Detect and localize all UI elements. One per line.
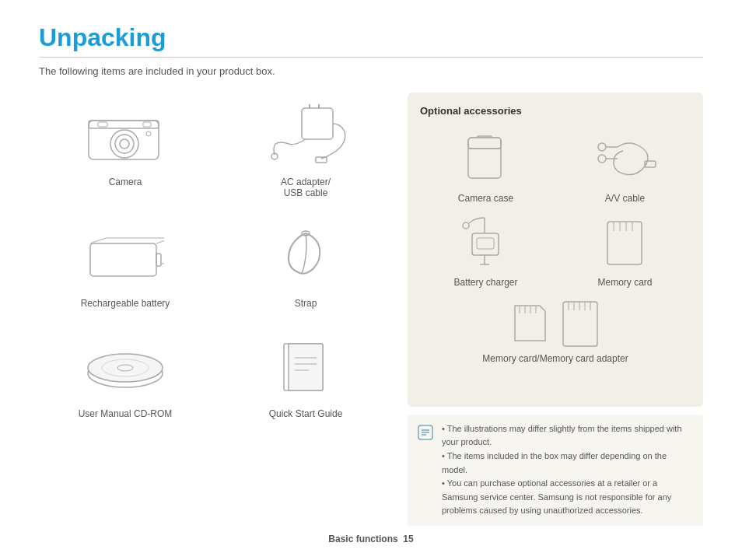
content-area: Camera [39, 93, 703, 526]
svg-point-4 [120, 139, 129, 149]
svg-point-36 [598, 143, 606, 151]
quickstart-icon [259, 332, 352, 402]
camera-case-label: Camera case [458, 193, 513, 204]
svg-rect-13 [90, 243, 156, 276]
item-strap: Strap [219, 214, 392, 317]
notes-box: • The illustrations may differ slightly … [408, 415, 703, 526]
camera-label: Camera [109, 177, 142, 187]
battery-charger-icon [447, 212, 525, 274]
strap-label: Strap [295, 298, 317, 309]
svg-rect-30 [468, 138, 501, 178]
memory-card-adapter-icon [493, 296, 618, 350]
camera-case-icon [447, 128, 525, 190]
svg-point-7 [146, 131, 151, 136]
notes-text: • The illustrations may differ slightly … [442, 422, 694, 518]
item-cdrom: User Manual CD-ROM [39, 324, 212, 427]
svg-rect-26 [289, 344, 323, 390]
camera-icon [79, 100, 172, 170]
av-cable-icon [586, 128, 664, 190]
svg-rect-44 [477, 238, 494, 249]
title-divider [39, 57, 703, 58]
page-title: Unpacking [39, 23, 703, 52]
svg-point-38 [598, 155, 606, 163]
memory-card-icon [586, 212, 664, 274]
svg-line-16 [156, 238, 164, 243]
quickstart-label: Quick Start Guide [269, 408, 343, 419]
svg-point-3 [115, 135, 134, 153]
svg-line-15 [90, 238, 106, 243]
memory-card-adapter-label: Memory card/Memory card adapter [482, 353, 628, 364]
note-icon [417, 424, 434, 441]
page-subtitle: The following items are included in your… [39, 65, 703, 77]
svg-rect-6 [143, 122, 151, 127]
item-ac-adapter: AC adapter/ USB cable [219, 93, 392, 206]
right-panel: Optional accessories [408, 93, 703, 526]
strap-icon [259, 222, 352, 292]
opt-item-memory-card: Memory card [559, 212, 691, 288]
cdrom-label: User Manual CD-ROM [79, 408, 173, 419]
note-2: • The items included in the box may diff… [442, 450, 694, 477]
cdrom-icon [79, 332, 172, 402]
svg-rect-12 [316, 157, 327, 163]
footer-page: 15 [403, 534, 413, 544]
included-items-panel: Camera [39, 93, 392, 526]
optional-title: Optional accessories [420, 105, 691, 117]
ac-adapter-icon [259, 100, 352, 170]
svg-rect-8 [302, 108, 333, 139]
footer: Basic functions 15 [39, 534, 703, 544]
svg-rect-41 [472, 233, 499, 255]
item-camera: Camera [39, 93, 212, 206]
ac-adapter-label: AC adapter/ USB cable [281, 177, 331, 198]
svg-rect-47 [607, 222, 642, 264]
item-battery: Rechargeable battery [39, 214, 212, 317]
note-3: • You can purchase optional accessories … [442, 477, 694, 518]
svg-rect-5 [98, 122, 107, 127]
battery-charger-label: Battery charger [453, 277, 517, 288]
av-cable-label: A/V cable [605, 193, 645, 204]
memory-card-label: Memory card [597, 277, 652, 288]
svg-rect-31 [468, 138, 501, 149]
opt-item-battery-charger: Battery charger [420, 212, 551, 288]
optional-accessories-box: Optional accessories [408, 93, 703, 407]
opt-item-av-cable: A/V cable [559, 128, 691, 204]
note-1: • The illustrations may differ slightly … [442, 422, 694, 450]
opt-item-memory-card-adapter: Memory card/Memory card adapter [420, 296, 691, 364]
item-quickstart: Quick Start Guide [219, 324, 392, 427]
footer-text: Basic functions [328, 534, 397, 544]
optional-grid: Camera case [420, 128, 691, 364]
svg-point-22 [88, 354, 163, 382]
battery-icon [79, 222, 172, 292]
svg-rect-14 [156, 254, 161, 266]
battery-label: Rechargeable battery [81, 298, 170, 309]
svg-point-43 [463, 222, 469, 229]
opt-item-camera-case: Camera case [420, 128, 551, 204]
